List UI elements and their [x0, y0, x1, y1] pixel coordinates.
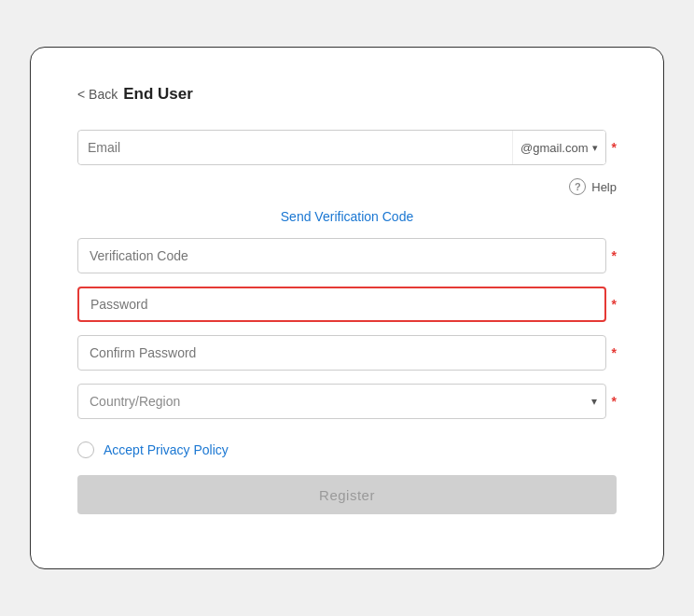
password-input[interactable]	[77, 287, 606, 322]
email-domain-value: @gmail.com	[520, 141, 588, 155]
page-title: End User	[123, 85, 193, 104]
required-star-password: *	[612, 297, 617, 312]
send-verification-link[interactable]: Send Verification Code	[281, 209, 413, 224]
email-wrapper: @gmail.com ▾	[77, 130, 606, 165]
verification-form-group: *	[77, 238, 617, 273]
required-star: *	[612, 140, 617, 155]
help-icon: ?	[569, 178, 586, 195]
chevron-down-icon: ▾	[592, 142, 598, 154]
country-select-wrapper: Country/Region ▾	[77, 384, 606, 419]
send-verification-row: Send Verification Code	[77, 208, 617, 225]
required-star-country: *	[612, 394, 617, 409]
required-star-verification: *	[612, 248, 617, 263]
verification-code-input[interactable]	[77, 238, 606, 273]
help-label: Help	[591, 180, 617, 194]
registration-card: < Back End User @gmail.com ▾ * ? Help Se…	[30, 47, 664, 569]
breadcrumb: < Back End User	[77, 85, 617, 104]
country-region-select[interactable]: Country/Region	[77, 384, 606, 419]
required-star-confirm: *	[612, 345, 617, 360]
country-form-group: Country/Region ▾ *	[77, 384, 617, 419]
email-form-group: @gmail.com ▾ *	[77, 130, 617, 165]
register-button[interactable]: Register	[77, 475, 617, 514]
privacy-policy-link[interactable]: Accept Privacy Policy	[104, 442, 229, 457]
email-input[interactable]	[78, 131, 512, 164]
back-link[interactable]: < Back	[77, 87, 118, 102]
help-row: ? Help	[77, 178, 617, 195]
privacy-policy-radio[interactable]	[77, 441, 94, 458]
privacy-policy-row: Accept Privacy Policy	[77, 441, 617, 458]
email-domain-dropdown[interactable]: @gmail.com ▾	[512, 131, 604, 164]
confirm-password-input[interactable]	[77, 335, 606, 371]
confirm-password-form-group: *	[77, 335, 617, 371]
password-form-group: *	[77, 287, 617, 322]
